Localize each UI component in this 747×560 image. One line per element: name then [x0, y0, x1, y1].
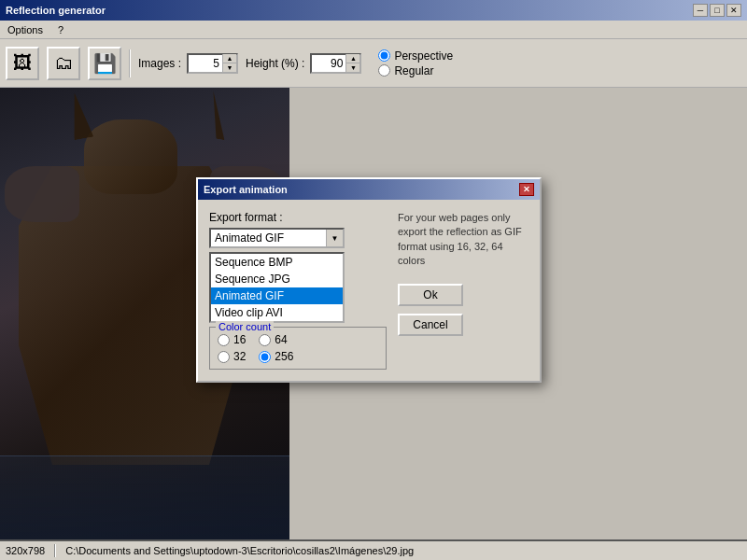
- dialog-title: Export animation: [204, 184, 288, 195]
- color-32-label: 32: [233, 350, 246, 363]
- color-radio-row-2: 32 256: [218, 350, 378, 363]
- combo-selected-value: Animated GIF: [211, 230, 326, 246]
- color-count-legend: Color count: [216, 321, 274, 332]
- color-16-item: 16: [218, 333, 246, 346]
- dialog-info-text: For your web pages only export the refle…: [398, 211, 529, 269]
- color-64-label: 64: [275, 333, 287, 346]
- export-dialog: Export animation ✕ Export format : Anima…: [196, 177, 542, 383]
- combo-arrow-icon[interactable]: ▼: [326, 230, 343, 246]
- dialog-left: Export format : Animated GIF ▼ Sequence …: [209, 211, 387, 370]
- color-16-label: 16: [233, 333, 246, 346]
- dropdown-item-1[interactable]: Sequence JPG: [211, 271, 343, 287]
- color-16-radio[interactable]: [218, 334, 230, 346]
- dialog-title-bar: Export animation ✕: [198, 179, 540, 200]
- modal-overlay: Export animation ✕ Export format : Anima…: [0, 0, 747, 560]
- dialog-body: Export format : Animated GIF ▼ Sequence …: [198, 200, 540, 381]
- dialog-close-button[interactable]: ✕: [519, 183, 534, 196]
- ok-button[interactable]: Ok: [398, 284, 463, 306]
- color-64-item: 64: [259, 333, 287, 346]
- color-radio-row-1: 16 64: [218, 333, 378, 346]
- format-combobox[interactable]: Animated GIF ▼: [209, 228, 345, 248]
- color-256-radio[interactable]: [259, 351, 271, 363]
- format-dropdown-list[interactable]: Sequence BMP Sequence JPG Animated GIF V…: [209, 252, 345, 323]
- color-count-group: Color count 16 64: [209, 327, 387, 370]
- color-256-label: 256: [275, 350, 293, 363]
- dropdown-item-3[interactable]: Video clip AVI: [211, 304, 343, 321]
- color-32-item: 32: [218, 350, 246, 363]
- dropdown-item-0[interactable]: Sequence BMP: [211, 254, 343, 271]
- color-32-radio[interactable]: [218, 351, 230, 363]
- dropdown-item-2[interactable]: Animated GIF: [211, 287, 343, 304]
- cancel-button[interactable]: Cancel: [398, 314, 463, 336]
- dialog-right: For your web pages only export the refle…: [398, 211, 529, 370]
- color-64-radio[interactable]: [259, 334, 271, 346]
- color-256-item: 256: [259, 350, 293, 363]
- format-label: Export format :: [209, 211, 387, 224]
